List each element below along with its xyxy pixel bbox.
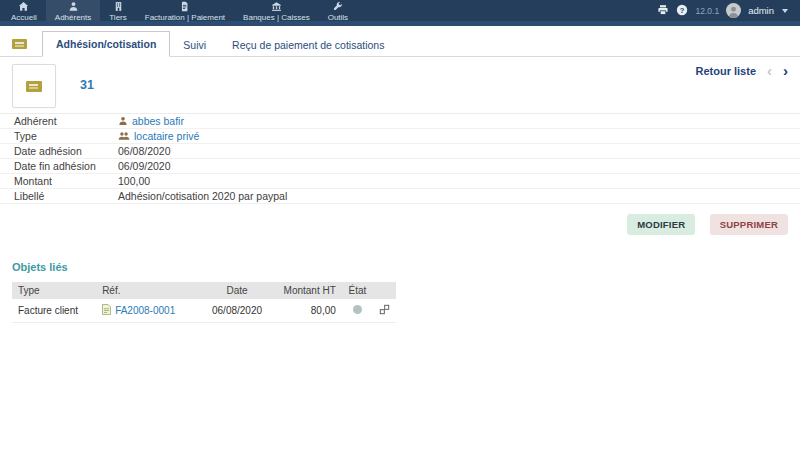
col-montant-ht: Montant HT [273,282,342,299]
bank-icon [271,1,282,12]
user-menu-label[interactable]: admin [748,5,774,16]
nav-item-facturation[interactable]: Facturation | Paiement [136,0,234,21]
col-type: Type [12,282,96,299]
field-label: Type [0,130,118,142]
members-icon [68,1,79,12]
col-date: Date [201,282,273,299]
member-link[interactable]: abbes bafir [118,115,184,127]
invoice-icon [102,304,111,317]
field-row-adherent: Adhérent abbes bafir [0,114,800,129]
home-icon [18,1,29,12]
col-ref: Réf. [96,282,201,299]
next-record-icon[interactable]: › [783,65,788,77]
nav-item-accueil[interactable]: Accueil [2,0,46,21]
field-label: Montant [0,175,118,187]
modify-button[interactable]: MODIFIER [627,214,695,235]
topbar-right: ? 12.0.1 admin [657,0,800,21]
tab-suivi[interactable]: Suivi [170,33,219,57]
linked-objects-section: Objets liés Type Réf. Date Montant HT Ét… [0,261,800,323]
fields-table: Adhérent abbes bafir Type locataire priv… [0,113,800,204]
member-type-name: locataire privé [134,130,199,142]
record-banner: 31 Retour liste ‹ › [0,57,800,113]
group-icon [118,131,130,141]
member-name: abbes bafir [132,115,184,127]
printer-icon[interactable] [657,2,669,20]
action-buttons: MODIFIER SUPPRIMER [0,204,800,235]
member-type-link[interactable]: locataire privé [118,130,199,142]
topbar-strip [0,21,800,26]
nav-label: Adhérents [55,13,91,22]
tab-recu-paiement[interactable]: Reçu de paiement de cotisations [219,33,397,57]
delete-button[interactable]: SUPPRIMER [710,214,788,235]
top-menu-bar: Accueil Adhérents Tiers Facturation | Pa… [0,0,800,21]
member-card-icon [12,39,27,49]
thirdparties-icon [113,1,124,12]
nav-item-adherents[interactable]: Adhérents [46,0,100,21]
nav-item-banques[interactable]: Banques | Caisses [234,0,319,21]
nav-label: Facturation | Paiement [145,13,225,22]
nav-label: Banques | Caisses [243,13,310,22]
nav-label: Outils [328,13,348,22]
member-card-icon [26,81,42,92]
version-label: 12.0.1 [695,6,719,16]
avatar[interactable] [726,3,741,18]
linked-type: Facture client [12,299,96,323]
nav-label: Accueil [11,13,37,22]
back-to-list-link[interactable]: Retour liste [695,65,756,77]
unlink-icon[interactable] [379,304,390,317]
libelle-value: Adhésion/cotisation 2020 par paypal [118,190,287,202]
tabs-bar: Adhésion/cotisation Suivi Reçu de paieme… [0,33,800,57]
subscription-ref: 31 [80,78,94,92]
date-adhesion-value: 06/08/2020 [118,145,171,157]
help-icon[interactable]: ? [676,2,688,20]
linked-objects-table: Type Réf. Date Montant HT État Facture c… [12,282,396,323]
linked-amount-ht: 80,00 [273,299,342,323]
field-label: Libellé [0,190,118,202]
banner-navigation: Retour liste ‹ › [695,65,788,77]
date-fin-value: 06/09/2020 [118,160,171,172]
nav-label: Tiers [109,13,126,22]
member-photo-placeholder [12,64,56,108]
chevron-down-icon[interactable] [782,9,788,13]
table-header-row: Type Réf. Date Montant HT État [12,282,396,299]
tools-icon [332,1,343,12]
tab-adhesion-cotisation[interactable]: Adhésion/cotisation [42,31,170,57]
field-row-date-adhesion: Date adhésion 06/08/2020 [0,144,800,159]
linked-date: 06/08/2020 [201,299,273,323]
col-actions [373,282,396,299]
linked-objects-title: Objets liés [12,261,800,273]
nav-item-tiers[interactable]: Tiers [100,0,135,21]
field-row-libelle: Libellé Adhésion/cotisation 2020 par pay… [0,189,800,204]
field-label: Adhérent [0,115,118,127]
status-draft-icon [353,305,362,314]
billing-icon [179,1,190,12]
linked-ref-link[interactable]: FA2008-0001 [115,305,175,316]
nav-item-outils[interactable]: Outils [319,0,357,21]
col-etat: État [342,282,373,299]
field-row-date-fin: Date fin adhésion 06/09/2020 [0,159,800,174]
table-row: Facture client FA2008-0001 06/08/2020 80… [12,299,396,323]
montant-value: 100,00 [118,175,150,187]
prev-record-icon: ‹ [767,65,772,77]
field-label: Date adhésion [0,145,118,157]
user-icon [118,116,128,126]
field-row-type: Type locataire privé [0,129,800,144]
field-row-montant: Montant 100,00 [0,174,800,189]
field-label: Date fin adhésion [0,160,118,172]
svg-text:?: ? [680,5,685,14]
